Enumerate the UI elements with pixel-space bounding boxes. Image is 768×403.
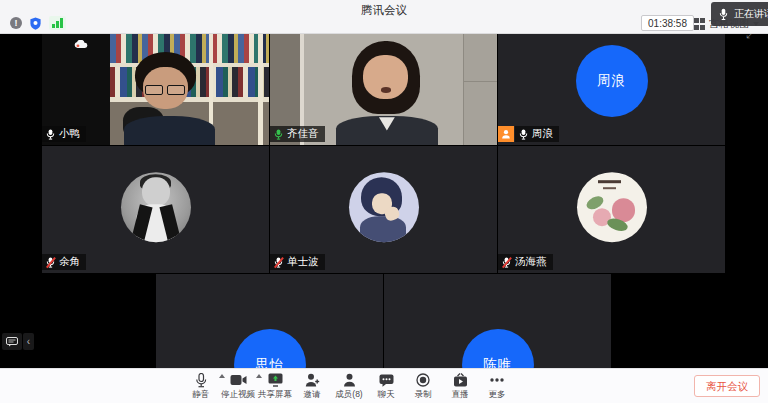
mic-muted-icon: [501, 257, 512, 268]
name-label: 齐佳音: [270, 126, 325, 142]
chat-panel-toggle[interactable]: ‹: [2, 333, 34, 350]
live-tv-icon: [453, 372, 468, 388]
mic-icon: [719, 8, 728, 21]
avatar: [121, 172, 191, 242]
speaking-toast-text: 正在讲话: 齐: [734, 7, 768, 21]
shield-icon[interactable]: [29, 17, 42, 30]
record-button[interactable]: 录制: [405, 372, 441, 401]
top-bar: 腾讯会议 ! 01:38:58 宫格视图: [0, 0, 768, 34]
cloud-recording-indicator: [74, 40, 88, 49]
participant-name: 汤海燕: [515, 255, 547, 269]
mic-muted-icon: [273, 257, 284, 268]
participant-name: 齐佳音: [287, 127, 319, 141]
video-tile[interactable]: 小鸭: [42, 34, 269, 145]
status-icons: !: [10, 16, 66, 30]
video-tile[interactable]: 单士波: [270, 146, 497, 273]
avatar: [349, 172, 419, 242]
participant-name: 单士波: [287, 255, 319, 269]
info-icon[interactable]: !: [10, 17, 22, 29]
mic-speaking-icon: [273, 129, 284, 140]
avatar: [577, 172, 647, 242]
name-label: 周浪: [498, 126, 559, 142]
more-dots-icon: [489, 372, 505, 388]
bottom-toolbar: 静音 停止视频 共享屏幕 邀请: [0, 368, 768, 403]
camera-icon: [230, 372, 247, 388]
network-signal-icon[interactable]: [49, 16, 66, 30]
meeting-timer: 01:38:58: [641, 15, 694, 31]
person-icon: [343, 372, 356, 388]
live-button[interactable]: 直播: [442, 372, 478, 401]
record-icon: [416, 372, 430, 388]
video-tile[interactable]: 齐佳音: [270, 34, 497, 145]
avatar: 周浪: [576, 45, 648, 117]
speaking-toast: 正在讲话: 齐: [711, 2, 768, 26]
invite-person-icon: [305, 372, 320, 388]
grid-view-icon: [694, 18, 706, 30]
participant-name: 周浪: [532, 127, 553, 141]
leave-meeting-button[interactable]: 离开会议: [694, 375, 760, 397]
invite-button[interactable]: 邀请: [294, 372, 330, 401]
members-button[interactable]: 成员(8): [331, 372, 367, 401]
share-screen-button[interactable]: 共享屏幕: [257, 372, 293, 401]
mic-muted-icon: [45, 257, 56, 268]
video-grid: 小鸭 齐佳音 周浪: [0, 34, 768, 403]
video-tile[interactable]: 周浪 周浪: [498, 34, 725, 145]
share-screen-icon: [268, 372, 283, 388]
participant-name: 余角: [59, 255, 80, 269]
chat-icon: [379, 372, 394, 388]
collapse-chevron-icon: ‹: [23, 333, 34, 350]
video-tile[interactable]: 余角: [42, 146, 269, 273]
meeting-window: 腾讯会议 ! 01:38:58 宫格视图 正在讲话: 齐 ⤢: [0, 0, 768, 403]
name-label: 汤海燕: [498, 254, 553, 270]
mic-on-icon: [518, 129, 529, 140]
host-badge-icon: [498, 126, 514, 142]
video-tile[interactable]: 汤海燕: [498, 146, 725, 273]
mic-on-icon: [45, 129, 56, 140]
name-label: 单士波: [270, 254, 325, 270]
chat-button[interactable]: 聊天: [368, 372, 404, 401]
participant-name: 小鸭: [59, 127, 80, 141]
mic-icon: [195, 372, 207, 388]
chat-bubble-icon: [2, 333, 22, 350]
cloud-icon: [74, 40, 88, 49]
more-button[interactable]: 更多: [479, 372, 515, 401]
stop-video-button[interactable]: 停止视频: [220, 372, 256, 401]
mute-button[interactable]: 静音: [183, 372, 219, 401]
name-label: 余角: [42, 254, 86, 270]
name-label: 小鸭: [42, 126, 86, 142]
